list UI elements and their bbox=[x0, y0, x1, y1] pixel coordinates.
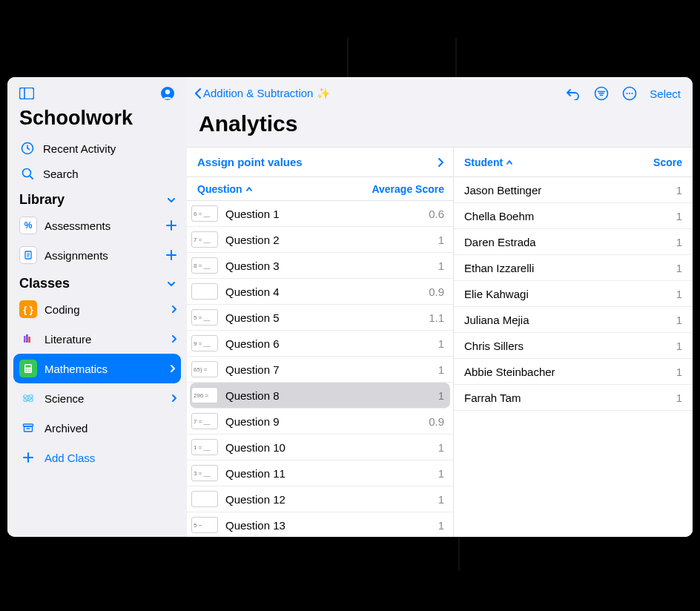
question-thumbnail: 5 − bbox=[191, 517, 218, 533]
plus-icon[interactable] bbox=[165, 248, 178, 262]
student-score: 1 bbox=[676, 184, 682, 196]
question-score: 1 bbox=[438, 467, 444, 480]
sidebar-item-label: Assignments bbox=[44, 249, 108, 262]
student-sort-header[interactable]: Student bbox=[464, 156, 513, 168]
sidebar-class-archived[interactable]: Archived bbox=[7, 413, 187, 443]
student-row[interactable]: Elie Kahwagi1 bbox=[454, 281, 693, 307]
questions-list: 6 = __Question 10.67 = __Question 218 = … bbox=[187, 201, 453, 537]
student-score: 1 bbox=[676, 366, 682, 378]
assign-point-values-button[interactable]: Assign point values bbox=[187, 148, 453, 177]
question-thumbnail: 7 = __ bbox=[191, 413, 218, 429]
question-score: 1 bbox=[438, 363, 444, 376]
sidebar-item-label: Recent Activity bbox=[43, 142, 116, 155]
chevron-right-icon bbox=[171, 334, 178, 343]
score-sort-header[interactable]: Score bbox=[653, 156, 682, 168]
sidebar-item-recent[interactable]: Recent Activity bbox=[7, 136, 187, 161]
student-row[interactable]: Chella Boehm1 bbox=[454, 203, 693, 229]
question-row[interactable]: 296 =Question 81 bbox=[190, 383, 450, 409]
student-row[interactable]: Chris Sillers1 bbox=[454, 333, 693, 359]
account-icon[interactable] bbox=[157, 83, 178, 104]
question-row[interactable]: 5 = __Question 51.1 bbox=[187, 305, 453, 331]
library-section-header[interactable]: Library bbox=[7, 186, 187, 211]
sidebar-add-class[interactable]: Add Class bbox=[7, 443, 187, 472]
app-window: Schoolwork Recent Activity Search Librar… bbox=[7, 77, 693, 537]
student-row[interactable]: Farrah Tam1 bbox=[454, 385, 693, 411]
plus-icon[interactable] bbox=[165, 219, 178, 232]
question-row[interactable]: 9 = __Question 61 bbox=[187, 331, 453, 357]
sidebar-class-literature[interactable]: Literature bbox=[7, 324, 187, 354]
svg-point-33 bbox=[627, 93, 628, 94]
student-name: Farrah Tam bbox=[464, 392, 521, 404]
student-name: Ethan Izzarelli bbox=[464, 262, 534, 274]
content-split: Assign point values Question Average Sco… bbox=[187, 147, 693, 537]
question-thumbnail: 296 = bbox=[191, 387, 218, 403]
question-label: Question 12 bbox=[225, 493, 285, 506]
sidebar-toolbar bbox=[7, 77, 187, 104]
question-label: Question 13 bbox=[225, 519, 285, 532]
sidebar-item-search[interactable]: Search bbox=[7, 161, 187, 186]
question-label: Question 7 bbox=[225, 363, 280, 376]
callout-line bbox=[347, 37, 349, 77]
question-label: Question 4 bbox=[225, 285, 280, 298]
filter-icon[interactable] bbox=[589, 83, 614, 104]
search-icon bbox=[19, 165, 36, 182]
student-score: 1 bbox=[676, 392, 682, 404]
question-row[interactable]: 8 = __Question 31 bbox=[187, 253, 453, 279]
student-name: Juliana Mejia bbox=[464, 314, 529, 326]
question-row[interactable]: 65) =Question 71 bbox=[187, 357, 453, 383]
questions-header: Question Average Score bbox=[187, 177, 453, 201]
column-label: Score bbox=[653, 156, 682, 168]
student-row[interactable]: Daren Estrada1 bbox=[454, 229, 693, 255]
question-row[interactable]: 7 = __Question 21 bbox=[187, 227, 453, 253]
question-row[interactable]: 6 = __Question 10.6 bbox=[187, 201, 453, 227]
back-button[interactable]: Addition & Subtraction ✨ bbox=[191, 84, 332, 103]
svg-point-19 bbox=[26, 371, 27, 372]
classes-section-header[interactable]: Classes bbox=[7, 270, 187, 294]
sidebar-item-assignments[interactable]: Assignments bbox=[7, 240, 187, 270]
column-label: Average Score bbox=[372, 183, 444, 195]
question-label: Question 1 bbox=[225, 208, 280, 220]
question-row[interactable]: 7 = __Question 90.9 bbox=[187, 409, 453, 435]
students-header: Student Score bbox=[454, 148, 693, 177]
back-label: Addition & Subtraction ✨ bbox=[203, 87, 331, 100]
sidebar-item-label: Assessments bbox=[44, 219, 110, 232]
question-row[interactable]: Question 121 bbox=[187, 486, 453, 512]
student-row[interactable]: Jason Bettinger1 bbox=[454, 177, 693, 203]
question-row[interactable]: 5 −Question 131 bbox=[187, 512, 453, 537]
calculator-icon bbox=[19, 360, 37, 377]
student-row[interactable]: Ethan Izzarelli1 bbox=[454, 255, 693, 281]
sidebar-item-label: Mathematics bbox=[44, 363, 108, 375]
sidebar-toggle-icon[interactable] bbox=[16, 83, 37, 104]
question-thumbnail: 8 = __ bbox=[191, 257, 218, 274]
page-title: Analytics bbox=[187, 107, 693, 147]
question-sort-header[interactable]: Question bbox=[197, 183, 253, 195]
question-thumbnail: 7 = __ bbox=[191, 231, 218, 248]
sidebar-class-mathematics[interactable]: Mathematics bbox=[13, 354, 181, 383]
sidebar-class-science[interactable]: Science bbox=[7, 383, 187, 413]
sidebar-item-label: Coding bbox=[44, 303, 80, 316]
student-score: 1 bbox=[676, 314, 682, 326]
student-name: Daren Estrada bbox=[464, 236, 536, 248]
question-score: 0.6 bbox=[429, 208, 444, 220]
undo-icon[interactable] bbox=[561, 83, 586, 104]
svg-point-17 bbox=[27, 369, 29, 370]
letterbox-bottom bbox=[0, 537, 700, 611]
question-label: Question 3 bbox=[225, 260, 280, 272]
sidebar-class-coding[interactable]: { } Coding bbox=[7, 294, 187, 324]
question-row[interactable]: Question 40.9 bbox=[187, 279, 453, 305]
chevron-up-icon bbox=[506, 159, 513, 166]
column-label: Question bbox=[197, 183, 242, 195]
student-row[interactable]: Abbie Steinbacher1 bbox=[454, 359, 693, 385]
question-thumbnail: 65) = bbox=[191, 361, 218, 377]
books-icon bbox=[19, 330, 37, 348]
question-row[interactable]: 1 = __Question 101 bbox=[187, 435, 453, 460]
question-thumbnail bbox=[191, 491, 218, 507]
sidebar-item-assessments[interactable]: % Assessments bbox=[7, 211, 187, 240]
column-label: Student bbox=[464, 156, 503, 168]
question-row[interactable]: 3 = __Question 111 bbox=[187, 460, 453, 486]
select-button[interactable]: Select bbox=[645, 87, 685, 100]
svg-rect-11 bbox=[24, 336, 26, 343]
more-icon[interactable] bbox=[617, 83, 642, 104]
student-row[interactable]: Juliana Mejia1 bbox=[454, 307, 693, 333]
avg-score-sort-header[interactable]: Average Score bbox=[372, 183, 444, 195]
